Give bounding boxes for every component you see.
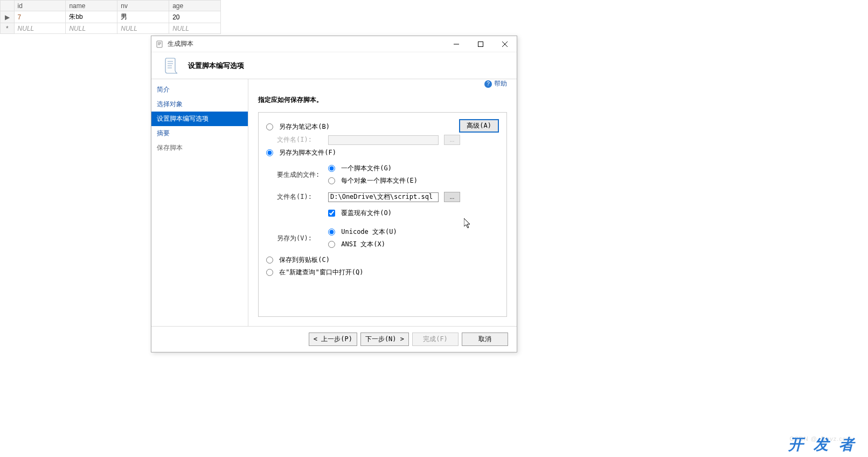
notebook-browse-button: ... <box>444 135 460 145</box>
notebook-filename-input <box>328 135 439 145</box>
save-as-script-file-label: 另存为脚本文件(F) <box>279 149 336 156</box>
save-to-clipboard-input[interactable] <box>266 257 273 264</box>
save-as-script-file-input[interactable] <box>266 149 273 156</box>
single-file-radio[interactable]: 一个脚本文件(G) <box>328 164 418 173</box>
open-in-new-query-radio[interactable]: 在"新建查询"窗口中打开(Q) <box>266 268 499 277</box>
col-header-id[interactable]: id <box>14 1 66 11</box>
table-row[interactable]: ▶ 7 朱bb 男 20 <box>1 11 221 23</box>
wizard-sidebar: 简介 选择对象 设置脚本编写选项 摘要 保存脚本 <box>151 79 248 326</box>
cell-name[interactable]: NULL <box>66 23 117 34</box>
per-object-file-radio[interactable]: 每个对象一个脚本文件(E) <box>328 176 418 185</box>
ansi-input[interactable] <box>328 241 335 248</box>
cell-age[interactable]: NULL <box>169 23 221 34</box>
options-frame: 高级(A) 另存为笔记本(B) 文件名(I): ... 另存为脚本文件(F) 要… <box>258 112 507 317</box>
row-marker: * <box>1 23 15 34</box>
titlebar[interactable]: 生成脚本 <box>151 36 517 52</box>
ansi-label: ANSI 文本(X) <box>341 240 385 248</box>
sidebar-step-summary[interactable]: 摘要 <box>151 126 248 141</box>
save-as-notebook-label: 另存为笔记本(B) <box>279 123 330 130</box>
filename-label: 文件名(I): <box>277 192 323 202</box>
open-in-new-query-input[interactable] <box>266 269 273 276</box>
section-title: 指定应如何保存脚本。 <box>258 95 507 105</box>
sidebar-step-save-scripts[interactable]: 保存脚本 <box>151 141 248 155</box>
ansi-radio[interactable]: ANSI 文本(X) <box>328 240 397 249</box>
svg-line-3 <box>502 41 508 47</box>
filename-label-disabled: 文件名(I): <box>277 135 323 144</box>
browse-button[interactable]: ... <box>444 192 460 202</box>
sidebar-step-choose-objects[interactable]: 选择对象 <box>151 97 248 112</box>
help-icon: ? <box>484 80 492 88</box>
advanced-button[interactable]: 高级(A) <box>459 119 499 133</box>
watermark-logo: 开 发 者 <box>788 434 857 455</box>
header-strip: 设置脚本编写选项 <box>151 52 517 79</box>
script-icon <box>162 56 182 75</box>
cell-id[interactable]: NULL <box>14 23 66 34</box>
generate-scripts-dialog: 生成脚本 设置脚本编写选项 简介 选择对象 设置脚本编写选项 摘 <box>151 36 517 352</box>
unicode-radio[interactable]: Unicode 文本(U) <box>328 227 397 237</box>
save-to-clipboard-radio[interactable]: 保存到剪贴板(C) <box>266 255 499 265</box>
cell-nv[interactable]: 男 <box>117 11 169 23</box>
cell-age[interactable]: 20 <box>169 11 221 23</box>
per-object-file-input[interactable] <box>328 177 335 184</box>
finish-button: 完成(F) <box>412 333 459 346</box>
col-header-name[interactable]: name <box>66 1 117 11</box>
open-in-new-query-label: 在"新建查询"窗口中打开(Q) <box>279 268 363 276</box>
minimize-button[interactable] <box>444 37 468 52</box>
maximize-button[interactable] <box>468 37 492 52</box>
table-row[interactable]: * NULL NULL NULL NULL <box>1 23 221 34</box>
save-to-clipboard-label: 保存到剪贴板(C) <box>279 256 330 264</box>
svg-rect-2 <box>478 41 483 46</box>
app-icon <box>156 40 164 49</box>
overwrite-label: 覆盖现有文件(O) <box>341 209 392 217</box>
row-marker: ▶ <box>1 11 15 23</box>
svg-rect-0 <box>157 41 162 47</box>
per-object-file-label: 每个对象一个脚本文件(E) <box>341 177 418 184</box>
sidebar-step-intro[interactable]: 简介 <box>151 82 248 97</box>
wizard-footer: < 上一步(P) 下一步(N) > 完成(F) 取消 <box>151 326 517 352</box>
data-grid[interactable]: id name nv age ▶ 7 朱bb 男 20 * NULL NULL … <box>0 0 221 34</box>
dialog-title: 生成脚本 <box>168 39 444 49</box>
col-header-nv[interactable]: nv <box>117 1 169 11</box>
svg-line-4 <box>502 41 508 47</box>
prev-button[interactable]: < 上一步(P) <box>309 333 357 346</box>
filename-input[interactable] <box>328 192 439 202</box>
unicode-label: Unicode 文本(U) <box>341 228 397 236</box>
cancel-button[interactable]: 取消 <box>462 333 508 346</box>
close-button[interactable] <box>492 37 517 52</box>
col-header-age[interactable]: age <box>169 1 221 11</box>
cell-name[interactable]: 朱bb <box>66 11 117 23</box>
wizard-content: ? 帮助 指定应如何保存脚本。 高级(A) 另存为笔记本(B) 文件名(I): … <box>248 79 517 326</box>
single-file-label: 一个脚本文件(G) <box>341 164 392 172</box>
overwrite-checkbox-row[interactable]: 覆盖现有文件(O) <box>328 209 392 218</box>
page-title: 设置脚本编写选项 <box>188 61 244 71</box>
save-as-encoding-label: 另存为(V): <box>277 234 323 243</box>
help-label: 帮助 <box>494 79 507 88</box>
next-button[interactable]: 下一步(N) > <box>360 333 409 346</box>
overwrite-checkbox[interactable] <box>328 210 335 217</box>
save-as-script-file-radio[interactable]: 另存为脚本文件(F) <box>266 148 499 157</box>
save-as-notebook-input[interactable] <box>266 123 273 130</box>
cell-nv[interactable]: NULL <box>117 23 169 34</box>
unicode-input[interactable] <box>328 228 335 236</box>
files-to-generate-label: 要生成的文件: <box>277 170 323 179</box>
single-file-input[interactable] <box>328 165 335 172</box>
row-header-blank <box>1 1 15 11</box>
help-link[interactable]: ? 帮助 <box>484 79 507 88</box>
sidebar-step-scripting-options[interactable]: 设置脚本编写选项 <box>151 112 248 126</box>
cell-id[interactable]: 7 <box>14 11 66 23</box>
